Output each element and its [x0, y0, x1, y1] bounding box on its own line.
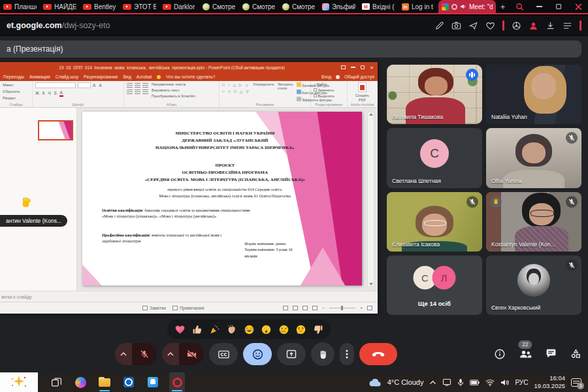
file-explorer-button[interactable] [97, 372, 112, 392]
slide-scrollbar[interactable] [367, 112, 374, 287]
reaction-sparkling-heart-icon[interactable] [174, 323, 186, 335]
indent-icon[interactable] [142, 82, 148, 88]
minimize-button[interactable] [529, 0, 549, 14]
screenshot-camera-icon[interactable] [451, 21, 461, 31]
hidden-icons-chevron-icon[interactable] [429, 380, 436, 385]
close-button[interactable] [568, 0, 588, 14]
bold-italic-underline-icons[interactable]: Ж К Ч S [35, 90, 57, 96]
browser-tab[interactable]: Darklor [159, 0, 199, 13]
tray-mic-icon[interactable] [457, 378, 464, 387]
weather-label[interactable]: 4°C Cloudy [387, 378, 424, 386]
replace-button[interactable]: Заменить [314, 88, 344, 93]
ribbon-options-icon[interactable] [341, 65, 346, 69]
shapes-gallery[interactable]: □ ○ △ ▷ ◇ [222, 82, 250, 88]
zoom-in-icon[interactable]: + [360, 306, 363, 310]
microsoft-store-button[interactable] [145, 372, 161, 392]
browser-tab[interactable]: Bentley [80, 0, 120, 13]
reaction-thumbs-down-icon[interactable] [312, 323, 324, 335]
reaction-party-popper-icon[interactable] [208, 323, 220, 335]
browser-tab[interactable]: Вхідні ( [359, 0, 399, 13]
create-pdf-button[interactable]: СоздатьPDF [355, 93, 369, 103]
copilot-button[interactable] [73, 372, 88, 392]
notes-toggle-button[interactable]: Заметки [142, 306, 166, 310]
browser-app-button-active[interactable] [169, 372, 185, 392]
font-name-select[interactable] [35, 82, 76, 88]
sign-in-button[interactable]: Вход [321, 74, 331, 79]
scroll-up-icon[interactable] [369, 113, 373, 116]
close-icon[interactable]: ✕ [370, 65, 374, 70]
sidebar-menu-icon[interactable] [563, 21, 572, 31]
mic-options-chevron-icon[interactable] [115, 343, 132, 365]
text-direction-button[interactable]: Направление текста [152, 82, 195, 88]
overflow-participants-tile[interactable]: С Л Ще 14 осіб [387, 255, 482, 315]
grow-shrink-font-icons[interactable]: А А [93, 82, 103, 88]
ribbon-tab[interactable]: Acrobat [137, 74, 152, 79]
cast-device-icon[interactable] [442, 378, 451, 386]
downloads-icon[interactable] [546, 21, 555, 31]
zoom-out-icon[interactable]: − [322, 306, 325, 310]
present-screen-button[interactable] [277, 343, 306, 365]
tell-me-box[interactable]: Что вы хотите сделать? [166, 74, 215, 79]
bookmark-heart-icon[interactable] [485, 21, 495, 31]
reaction-thumbs-up-icon[interactable] [191, 323, 203, 335]
ribbon-tab[interactable]: Рецензирование [84, 74, 118, 79]
mic-off-button[interactable] [132, 343, 157, 365]
share-button[interactable]: Общий доступ [344, 74, 374, 79]
minimize-icon[interactable] [351, 67, 355, 67]
participant-tile[interactable]: Людмила Тишакова [387, 65, 482, 124]
align-text-button[interactable]: Выровнять текст [152, 88, 195, 93]
participants-button[interactable]: 22 [519, 350, 532, 359]
ribbon-tab[interactable]: Переходы [3, 74, 24, 79]
slide-sorter-icon[interactable] [293, 306, 298, 310]
reaction-clapping-hands-icon[interactable] [226, 323, 238, 335]
arrange-button[interactable]: Упорядочить [253, 82, 274, 86]
fit-slide-icon[interactable] [367, 306, 372, 310]
align-center-icon[interactable] [135, 89, 140, 94]
participant-tile[interactable]: С Светлана Шпетная [387, 128, 482, 188]
tab-search-icon[interactable] [510, 0, 529, 14]
notification-center-icon[interactable]: 3 [571, 378, 581, 387]
reading-view-icon[interactable] [302, 306, 308, 310]
clock[interactable]: 16:0419.03.2025 [534, 374, 565, 391]
task-view-button[interactable] [48, 372, 64, 392]
reaction-crying-icon[interactable] [278, 323, 289, 335]
edit-icon[interactable] [434, 21, 444, 31]
scroll-down-icon[interactable] [369, 283, 373, 286]
browser-tab[interactable]: Смотре [239, 0, 279, 13]
select-button[interactable]: Выделить [314, 94, 344, 99]
camera-options-chevron-icon[interactable] [162, 343, 179, 365]
widgets-button[interactable] [0, 372, 38, 392]
meeting-details-button[interactable] [495, 349, 505, 359]
powerpoint-window[interactable]: 19_03_ОПП_014_Іноземна_мова_іспанська,_а… [0, 62, 378, 314]
activities-button[interactable] [570, 348, 581, 359]
wifi-icon[interactable] [485, 379, 495, 386]
end-call-button[interactable] [359, 343, 397, 365]
share-send-icon[interactable] [468, 21, 478, 31]
ribbon-tab[interactable]: Слайд-шоу [56, 74, 78, 79]
reaction-astonished-icon[interactable] [261, 323, 272, 335]
font-color-icon[interactable]: А [59, 90, 63, 97]
smartart-button[interactable]: Преобразовать в SmartArt [152, 94, 195, 99]
font-size-select[interactable] [78, 82, 91, 88]
layout-button[interactable]: Макет [3, 82, 29, 88]
protect-icon[interactable] [512, 21, 521, 31]
more-options-button[interactable] [340, 343, 354, 365]
browser-tab[interactable]: ЭТОТ Б [120, 0, 159, 13]
participant-tile[interactable]: Kostiantyn Valente (Kon... [486, 192, 581, 252]
reaction-joy-icon[interactable] [243, 323, 255, 335]
ribbon-tab[interactable]: Анимация [29, 74, 50, 79]
slide-thumbnails-panel[interactable] [0, 108, 77, 291]
create-pdf-icon[interactable] [358, 82, 367, 92]
reset-button[interactable]: Сбросить [3, 89, 29, 94]
find-button[interactable]: ⌕ Найти [314, 82, 344, 88]
captions-button[interactable] [209, 343, 238, 365]
restore-icon[interactable] [361, 65, 365, 69]
browser-tab[interactable]: Log in t [399, 0, 438, 13]
section-button[interactable]: Раздел [3, 95, 29, 101]
comments-toggle-button[interactable]: Примечания [172, 306, 204, 310]
zoom-slider[interactable] [329, 308, 355, 309]
profile-icon[interactable] [529, 21, 538, 31]
maximize-button[interactable] [549, 0, 568, 14]
camera-off-button[interactable] [179, 343, 204, 365]
participant-tile[interactable]: Євген Харковський [486, 255, 581, 315]
